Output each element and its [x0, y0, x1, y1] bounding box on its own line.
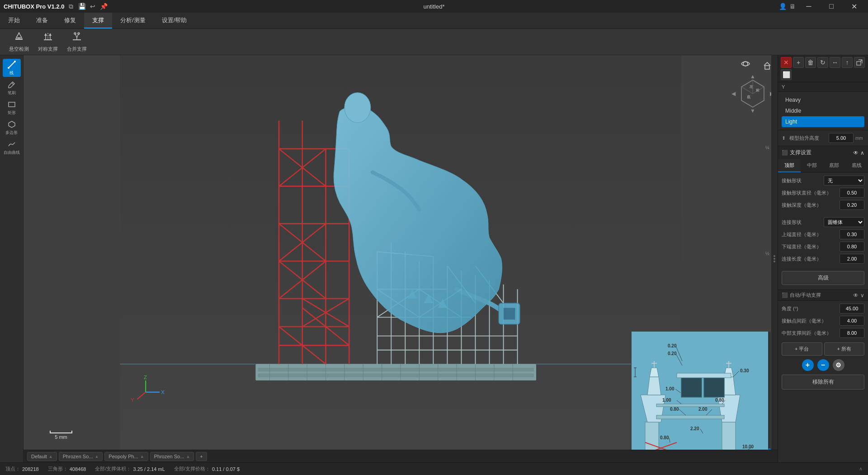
undo-icon[interactable]: ↩	[89, 2, 97, 10]
support-type-middle[interactable]: Middle	[782, 105, 864, 116]
brush-tool[interactable]: 笔刷	[3, 79, 21, 97]
line-tool[interactable]: 线	[3, 59, 21, 77]
menu-analyze[interactable]: 分析/测量	[112, 13, 154, 28]
support-settings-expand-icon[interactable]: ∧	[860, 150, 864, 156]
svg-text:2.00: 2.00	[698, 407, 708, 412]
cube-up-arrow[interactable]: ▲	[750, 73, 755, 80]
gear-button[interactable]: ⚙	[833, 359, 844, 371]
lower-diameter-input[interactable]	[840, 242, 864, 252]
rp-refresh-button[interactable]: ↻	[817, 57, 828, 68]
maximize-button[interactable]: □	[821, 0, 842, 13]
upper-diameter-input[interactable]	[840, 229, 864, 239]
auto-manual-label: 自动/手动支撑	[790, 292, 821, 299]
line-tool-label: 线	[9, 70, 14, 76]
tab-top[interactable]: 顶部	[778, 159, 801, 172]
rp-import-button[interactable]: ⬜	[781, 69, 792, 80]
copy-icon[interactable]: ⧉	[67, 2, 75, 10]
btm-tab-2[interactable]: Peopoly Ph... ▲	[104, 452, 148, 461]
support-settings-header[interactable]: ⬛ 支撑设置 👁 ∧	[778, 146, 868, 159]
lower-diameter-label: 下端直径（毫米）	[782, 243, 838, 250]
svg-text:左: 左	[750, 85, 753, 89]
triangles-value: 408468	[70, 466, 86, 472]
all-button[interactable]: + 所有	[824, 342, 865, 356]
statusbar-expand-icon[interactable]: ∧	[859, 466, 863, 472]
svg-line-16	[9, 62, 15, 68]
rp-delete-button[interactable]: 🗑	[805, 57, 816, 68]
minus-button[interactable]: −	[817, 359, 829, 371]
auto-manual-eye-icon[interactable]: 👁	[853, 292, 859, 299]
tab-baseline[interactable]: 底线	[845, 159, 868, 172]
rect-tool[interactable]: 矩形	[3, 99, 21, 117]
contact-shape-diameter-input[interactable]	[840, 188, 864, 198]
svg-text:1.00: 1.00	[665, 386, 675, 391]
contact-spacing-row: 接触点间距（毫米）	[782, 316, 864, 326]
close-button[interactable]: ✕	[844, 0, 864, 13]
detect-overhang-icon	[14, 31, 24, 44]
menu-start[interactable]: 开始	[0, 13, 28, 28]
advanced-button[interactable]: 高级	[782, 271, 864, 285]
remove-all-button[interactable]: 移除所有	[782, 375, 864, 390]
user-icon[interactable]: 👤	[778, 2, 787, 10]
menu-prepare[interactable]: 准备	[28, 13, 56, 28]
contact-spacing-input[interactable]	[840, 316, 864, 326]
polygon-tool[interactable]: 多边形	[3, 119, 21, 137]
platform-button[interactable]: + 平台	[782, 342, 822, 356]
btm-tab-1[interactable]: Phrozen So... ▲	[59, 452, 103, 461]
svg-text:0.20: 0.20	[668, 343, 677, 348]
cube-left-arrow[interactable]: ◀	[731, 90, 736, 97]
tab-bottom[interactable]: 底部	[823, 159, 846, 172]
tab-middle[interactable]: 中部	[801, 159, 823, 172]
view-cube-svg: 左 前 底	[737, 78, 769, 109]
lift-height-input[interactable]	[829, 133, 854, 143]
save-icon[interactable]: 💾	[78, 2, 86, 10]
auto-manual-expand-icon[interactable]: ∨	[860, 292, 864, 299]
btm-tab-default[interactable]: Default ▲	[27, 452, 57, 461]
btm-tab-3[interactable]: Phrozen So... ▲	[150, 452, 194, 461]
contact-depth-input[interactable]	[840, 200, 864, 210]
auto-manual-row: ⬛ 自动/手动支撑 👁 ∨	[778, 290, 868, 301]
angle-input[interactable]	[840, 304, 864, 314]
svg-text:2.20: 2.20	[690, 426, 699, 431]
menu-settings[interactable]: 设置/帮助	[154, 13, 195, 28]
svg-text:0.80: 0.80	[660, 435, 669, 440]
svg-point-18	[14, 61, 16, 62]
freeform-tool[interactable]: 自由曲线	[3, 138, 21, 157]
contact-shape-select[interactable]: 无	[824, 176, 864, 185]
connection-length-input[interactable]	[840, 254, 864, 264]
minimize-button[interactable]: ─	[798, 0, 819, 13]
rp-tabs: 顶部 中部 底部 底线	[778, 159, 868, 173]
connection-shape-select[interactable]: 圆锥体	[824, 217, 864, 227]
mid-spacing-input[interactable]	[840, 328, 864, 338]
support-settings-eye-icon[interactable]: 👁	[853, 150, 859, 156]
svg-rect-119	[656, 415, 724, 419]
rp-export-button[interactable]: ↑	[842, 57, 853, 68]
rp-flip-button[interactable]: ↔	[830, 57, 840, 68]
merge-support-button[interactable]: 合并支撑	[63, 31, 90, 53]
lift-height-label: 模型抬升高度	[789, 135, 827, 142]
svg-rect-106	[645, 422, 659, 454]
view-cube[interactable]: 左 前 底 ▲ ▼ ◀ ▶	[737, 78, 769, 109]
menu-support[interactable]: 支撑	[84, 13, 112, 28]
camera-view-button[interactable]	[741, 59, 750, 70]
cube-down-arrow[interactable]: ▼	[750, 108, 755, 114]
support-type-light[interactable]: Light	[782, 116, 864, 127]
rp-export2-button[interactable]	[854, 57, 865, 68]
menu-repair[interactable]: 修复	[56, 13, 84, 28]
polygon-tool-label: 多边形	[5, 130, 18, 136]
detect-overhang-button[interactable]: 悬空检测	[5, 31, 33, 53]
line-tool-icon	[7, 60, 16, 69]
monitor-icon[interactable]: 🖥	[788, 2, 797, 10]
mini-preview-scrollbar[interactable]	[768, 332, 771, 462]
scroll-dot	[774, 258, 775, 260]
rp-close-button[interactable]: ✕	[781, 57, 792, 68]
plus-button[interactable]: +	[802, 359, 814, 371]
pin-icon[interactable]: 📌	[99, 2, 108, 10]
symmetric-support-button[interactable]: 对称支撑	[34, 31, 61, 53]
support-type-heavy[interactable]: Heavy	[782, 95, 864, 105]
btm-tab-add[interactable]: +	[196, 452, 207, 461]
viewport-scrollbar[interactable]	[771, 55, 778, 462]
rp-add-button[interactable]: +	[793, 57, 804, 68]
statusbar: 顶点： 208218 三角形： 408468 全部/支撑体积： 3.25 / 2…	[0, 462, 868, 475]
viewport[interactable]: X Z Y 左	[24, 55, 778, 462]
brush-tool-label: 笔刷	[8, 90, 16, 96]
